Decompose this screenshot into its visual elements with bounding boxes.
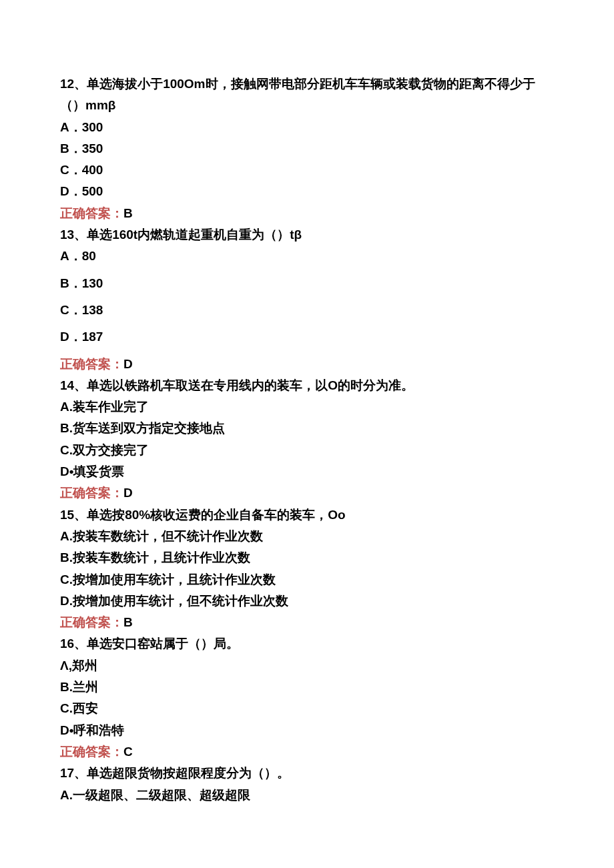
question-17-option-a: A.一级超限、二级超限、超级超限 — [60, 785, 554, 806]
question-16-answer: 正确答案：C — [60, 741, 554, 763]
question-12-stem-line2: （）mmβ — [60, 95, 554, 116]
question-number: 17 — [60, 766, 74, 780]
question-type: 单选 — [87, 636, 112, 650]
question-type: 单选 — [87, 508, 112, 522]
answer-value: B — [123, 206, 133, 220]
question-14-answer: 正确答案：D — [60, 482, 554, 504]
question-12-option-b: B．350 — [60, 138, 554, 159]
question-13-option-b: B．130 — [60, 273, 554, 294]
question-16-stem: 16、单选安口窑站属于（）局。 — [60, 633, 554, 655]
question-13-option-d: D．187 — [60, 326, 554, 348]
question-13-option-c: C．138 — [60, 300, 554, 321]
question-12-option-a: A．300 — [60, 117, 554, 138]
question-14-option-a: A.装车作业完了 — [60, 396, 554, 418]
answer-value: B — [123, 615, 133, 629]
question-text: 160t内燃轨道起重机自重为（）tβ — [112, 228, 302, 242]
question-12-option-d: D．500 — [60, 181, 554, 202]
question-15-option-b: B.按装车数统计，且统计作业次数 — [60, 547, 554, 568]
question-13-option-a: A．80 — [60, 246, 554, 267]
question-13-answer: 正确答案：D — [60, 354, 554, 375]
question-text: 超限货物按超限程度分为（）。 — [112, 766, 290, 780]
question-number: 16 — [60, 636, 74, 650]
question-15-answer: 正确答案：B — [60, 612, 554, 633]
answer-label: 正确答案： — [60, 615, 123, 629]
answer-value: D — [123, 357, 133, 371]
question-text: 海拔小于100Om时，接触网带电部分距机车车辆或装载货物的距离不得少于 — [112, 77, 535, 91]
question-type: 单选 — [87, 378, 112, 392]
answer-label: 正确答案： — [60, 206, 123, 220]
question-14-option-b: B.货车送到双方指定交接地点 — [60, 418, 554, 439]
question-14-option-c: C.双方交接完了 — [60, 440, 554, 461]
question-14-option-d: D•填妥货票 — [60, 461, 554, 482]
question-16-option-c: C.西安 — [60, 698, 554, 719]
question-type: 单选 — [87, 228, 112, 242]
question-text: 按80%核收运费的企业自备车的装车，Oo — [112, 508, 345, 522]
question-15-option-d: D.按增加使用车统计，但不统计作业次数 — [60, 590, 554, 612]
answer-label: 正确答案： — [60, 486, 123, 500]
answer-value: D — [123, 486, 133, 500]
question-type: 单选 — [87, 77, 112, 91]
question-number: 15 — [60, 508, 74, 522]
question-16-option-b: B.兰州 — [60, 677, 554, 698]
question-17-stem: 17、单选超限货物按超限程度分为（）。 — [60, 763, 554, 784]
question-16-option-d: D•呼和浩特 — [60, 720, 554, 741]
question-14-stem: 14、单选以铁路机车取送在专用线内的装车，以O的时分为准。 — [60, 375, 554, 396]
document-page: 12、单选海拔小于100Om时，接触网带电部分距机车车辆或装载货物的距离不得少于… — [0, 0, 614, 833]
question-type: 单选 — [87, 766, 112, 780]
question-text: 以铁路机车取送在专用线内的装车，以O的时分为准。 — [112, 378, 414, 392]
answer-label: 正确答案： — [60, 357, 123, 371]
question-12-option-c: C．400 — [60, 159, 554, 181]
question-12-stem: 12、单选海拔小于100Om时，接触网带电部分距机车车辆或装载货物的距离不得少于 — [60, 73, 554, 95]
question-number: 12 — [60, 77, 74, 91]
question-16-option-a: Λ,郑州 — [60, 655, 554, 677]
question-15-option-c: C.按增加使用车统计，且统计作业次数 — [60, 569, 554, 590]
question-number: 14 — [60, 378, 74, 392]
question-12-answer: 正确答案：B — [60, 203, 554, 224]
answer-value: C — [123, 745, 133, 759]
answer-label: 正确答案： — [60, 745, 123, 759]
question-15-stem: 15、单选按80%核收运费的企业自备车的装车，Oo — [60, 504, 554, 526]
question-number: 13 — [60, 228, 74, 242]
question-13-stem: 13、单选160t内燃轨道起重机自重为（）tβ — [60, 224, 554, 246]
question-15-option-a: A.按装车数统计，但不统计作业次数 — [60, 526, 554, 547]
question-text: 安口窑站属于（）局。 — [112, 636, 239, 650]
